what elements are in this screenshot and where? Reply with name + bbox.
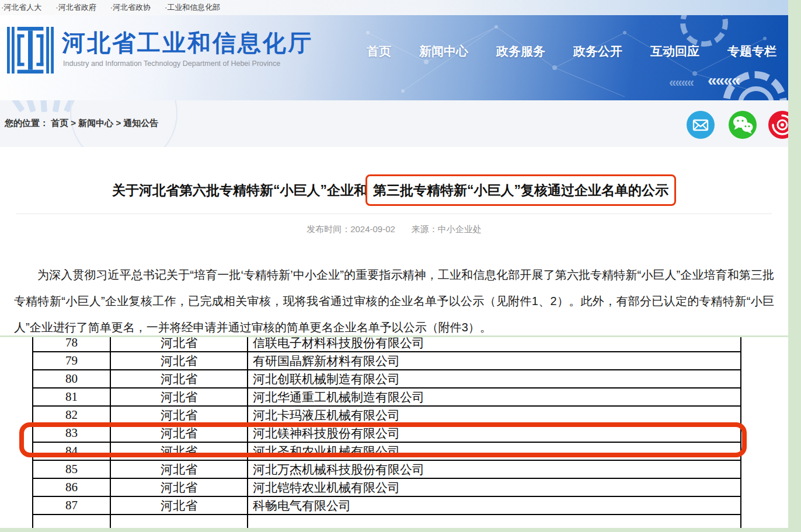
publish-date: 2024-09-02 xyxy=(350,224,395,234)
top-links-bar: ·河北省人大 ·河北省政府 ·河北省政协 ·工业和信息化部 xyxy=(0,0,788,15)
cell-region: 河北省 xyxy=(110,370,248,388)
chevron-decor-small: «««« xyxy=(669,75,693,90)
nav-news-center[interactable]: 新闻中心 xyxy=(419,43,468,60)
cell-no: 86 xyxy=(33,478,110,496)
cell-region: 河北省 xyxy=(110,424,248,442)
breadcrumb-path[interactable]: 首页 > 新闻中心 > 通知公告 xyxy=(51,118,158,128)
table-row: 84 河北省 河北圣和农业机械有限公司 xyxy=(33,442,741,460)
main-nav: 首页 新闻中心 政务服务 政务公开 互动回应 专题专栏 xyxy=(367,42,776,61)
attachment-table-panel: 78 河北省 信联电子材料科技股份有限公司 79 河北省 有研国晶辉新材料有限公… xyxy=(0,337,788,528)
nav-interaction[interactable]: 互动回应 xyxy=(650,43,699,60)
wechat-share-icon[interactable] xyxy=(729,111,757,139)
site-title: 河北省工业和信息化厅 xyxy=(62,27,313,59)
chevron-decor-large: «««« xyxy=(708,71,739,90)
table-row-partial xyxy=(33,514,741,528)
cell-company: 河北万杰机械科技股份有限公司 xyxy=(248,460,741,478)
article-title-part1: 关于河北省第六批专精特新“小巨人”企业和 xyxy=(112,183,367,198)
site-header: «««« «««« 河北省工业和信息化厅 Industry and Inform… xyxy=(0,15,788,100)
department-logo-icon[interactable] xyxy=(7,23,54,77)
cell-no: 78 xyxy=(33,337,110,352)
article-title-part2: 第三批专精特新“小巨人”复核通过企业名单的公示 xyxy=(373,183,668,198)
table-row: 82 河北省 河北卡玛液压机械有限公司 xyxy=(33,406,741,424)
nav-home[interactable]: 首页 xyxy=(367,43,391,60)
cell-company: 有研国晶辉新材料有限公司 xyxy=(248,352,741,370)
cell-region: 河北省 xyxy=(110,406,248,424)
cell-no: 79 xyxy=(33,352,110,370)
cell-region: 河北省 xyxy=(110,337,248,352)
breadcrumb-label: 您的位置： xyxy=(5,118,48,128)
cell-no: 82 xyxy=(33,406,110,424)
cell-company: 河北圣和农业机械有限公司 xyxy=(248,442,741,460)
table-row: 85 河北省 河北万杰机械科技股份有限公司 xyxy=(33,460,741,478)
title-divider xyxy=(16,214,772,214)
title-highlight-box: 第三批专精特新“小巨人”复核通过企业名单的公示 xyxy=(365,174,676,206)
breadcrumb-bar: 您的位置： 首页 > 新闻中心 > 通知公告 xyxy=(0,100,788,147)
cell-company: 河北创联机械制造有限公司 xyxy=(248,370,741,388)
table-row: 80 河北省 河北创联机械制造有限公司 xyxy=(33,370,741,388)
table-row: 87 河北省 科畅电气有限公司 xyxy=(33,496,741,514)
table-row-highlighted: 83 河北省 河北镁神科技股份有限公司 xyxy=(33,424,741,442)
top-link-hebei-gov[interactable]: ·河北省政府 xyxy=(55,2,96,13)
cell-region: 河北省 xyxy=(110,478,248,496)
source-label: 来源： xyxy=(412,224,438,234)
nav-special-topics[interactable]: 专题专栏 xyxy=(727,43,776,60)
site-subtitle-en: Industry and Information Technology Depa… xyxy=(63,60,280,68)
webpage-panel: ·河北省人大 ·河北省政府 ·河北省政协 ·工业和信息化部 «««« «««« xyxy=(0,0,788,335)
table-row: 81 河北省 河北华通重工机械制造有限公司 xyxy=(33,388,741,406)
cell-company: 河北华通重工机械制造有限公司 xyxy=(248,388,741,406)
cell-company: 河北镁神科技股份有限公司 xyxy=(248,424,741,442)
weibo-share-icon[interactable] xyxy=(768,111,788,139)
table-row: 86 河北省 河北铠特农业机械有限公司 xyxy=(33,478,741,496)
cell-region: 河北省 xyxy=(110,388,248,406)
cell-region: 河北省 xyxy=(110,442,248,460)
cell-company: 信联电子材料科技股份有限公司 xyxy=(248,337,741,352)
top-link-hebei-cppcc[interactable]: ·河北省政协 xyxy=(110,2,151,13)
table-row: 78 河北省 信联电子材料科技股份有限公司 xyxy=(33,337,741,352)
cell-no: 84 xyxy=(33,442,110,460)
cell-region: 河北省 xyxy=(110,496,248,514)
cell-company: 科畅电气有限公司 xyxy=(248,496,741,514)
gear-icon xyxy=(723,71,787,100)
cell-no: 87 xyxy=(33,496,110,514)
article-body: 为深入贯彻习近平总书记关于“培育一批‘专精特新’中小企业”的重要指示精神，工业和… xyxy=(14,262,774,335)
top-link-miit[interactable]: ·工业和信息化部 xyxy=(165,2,220,13)
cell-no: 80 xyxy=(33,370,110,388)
nav-gov-services[interactable]: 政务服务 xyxy=(496,43,545,60)
cell-no: 81 xyxy=(33,388,110,406)
cell-region: 河北省 xyxy=(110,352,248,370)
breadcrumb: 您的位置： 首页 > 新闻中心 > 通知公告 xyxy=(5,118,158,129)
article-title: 关于河北省第六批专精特新“小巨人”企业和第三批专精特新“小巨人”复核通过企业名单… xyxy=(0,174,788,206)
source-value: 中小企业处 xyxy=(438,224,482,234)
cell-no: 83 xyxy=(33,424,110,442)
email-share-icon[interactable] xyxy=(687,111,715,139)
nav-gov-disclosure[interactable]: 政务公开 xyxy=(573,43,622,60)
enterprise-roster-table: 78 河北省 信联电子材料科技股份有限公司 79 河北省 有研国晶辉新材料有限公… xyxy=(32,337,741,528)
article-meta: 发布时间：2024-09-02来源：中小企业处 xyxy=(0,224,788,235)
publish-time-label: 发布时间： xyxy=(307,224,350,234)
cell-region: 河北省 xyxy=(110,460,248,478)
table-row: 79 河北省 有研国晶辉新材料有限公司 xyxy=(33,352,741,370)
cell-company: 河北卡玛液压机械有限公司 xyxy=(248,406,741,424)
cell-company: 河北铠特农业机械有限公司 xyxy=(248,478,741,496)
cell-no: 85 xyxy=(33,460,110,478)
top-link-hebei-npc[interactable]: ·河北省人大 xyxy=(1,2,41,13)
